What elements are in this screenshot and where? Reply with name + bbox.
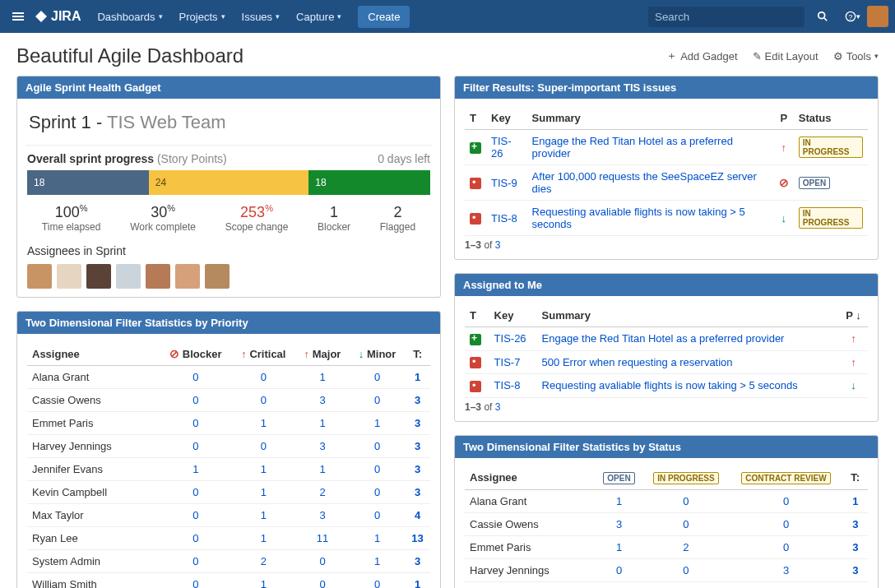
stat-cell-link[interactable]: 0 <box>683 495 689 507</box>
issue-row[interactable]: TIS-8 Requesting avaliable flights is no… <box>465 201 868 236</box>
issue-summary-link[interactable]: Requesting avaliable flights is now taki… <box>532 206 745 230</box>
stat-cell-link[interactable]: 0 <box>192 578 198 588</box>
stat-cell-link[interactable]: 0 <box>783 518 789 530</box>
nav-item[interactable]: Issues ▾ <box>234 0 289 33</box>
stat-cell-link[interactable]: 1 <box>261 463 267 475</box>
stat-total-link[interactable]: 13 <box>411 532 423 544</box>
stat-total-link[interactable]: 1 <box>415 371 420 383</box>
stat-cell-link[interactable]: 0 <box>192 417 198 429</box>
avatar[interactable] <box>27 264 52 289</box>
help-icon[interactable]: ? ▾ <box>841 5 864 28</box>
stat-cell-link[interactable]: 2 <box>683 541 689 553</box>
stat-cell-link[interactable]: 1 <box>319 463 325 475</box>
stat-cell-link[interactable]: 0 <box>319 555 325 567</box>
stat-cell-link[interactable]: 0 <box>374 486 380 498</box>
avatar[interactable] <box>116 264 141 289</box>
stat-cell-link[interactable]: 0 <box>319 578 325 588</box>
stat-cell-link[interactable]: 0 <box>192 371 198 383</box>
stat-cell-link[interactable]: 0 <box>783 495 789 507</box>
issue-row[interactable]: TIS-8 Requesting avaliable flights is no… <box>465 374 868 398</box>
issue-summary-link[interactable]: After 100,000 requests the SeeSpaceEZ se… <box>532 170 757 195</box>
issue-summary-link[interactable]: Engage the Red Titan Hotel as a preferre… <box>542 332 785 345</box>
issue-key-link[interactable]: TIS-7 <box>494 356 521 368</box>
stat-cell-link[interactable]: 1 <box>374 417 380 429</box>
stat-cell-link[interactable]: 0 <box>374 509 380 521</box>
search-icon[interactable] <box>811 5 834 28</box>
avatar[interactable] <box>57 264 81 289</box>
stat-total-link[interactable]: 3 <box>415 555 420 567</box>
stat-cell-link[interactable]: 0 <box>192 394 198 406</box>
nav-item[interactable]: Dashboards ▾ <box>89 0 170 33</box>
stat-total-link[interactable]: 3 <box>415 463 420 475</box>
stat-cell-link[interactable]: 3 <box>319 394 325 406</box>
stat-total-link[interactable]: 3 <box>852 564 858 576</box>
issue-key-link[interactable]: TIS-26 <box>491 135 512 160</box>
stat-cell-link[interactable]: 0 <box>192 555 198 567</box>
stat-cell-link[interactable]: 1 <box>261 486 267 498</box>
stat-cell-link[interactable]: 1 <box>261 509 267 521</box>
stat-cell-link[interactable]: 11 <box>317 532 328 544</box>
stat-cell-link[interactable]: 0 <box>192 486 198 498</box>
stat-cell-link[interactable]: 1 <box>616 541 622 553</box>
avatar[interactable] <box>86 264 111 289</box>
user-avatar[interactable] <box>867 6 888 27</box>
stat-cell-link[interactable]: 0 <box>616 564 622 576</box>
stat-total-link[interactable]: 4 <box>415 509 420 521</box>
stat-cell-link[interactable]: 0 <box>683 564 689 576</box>
issue-key-link[interactable]: TIS-8 <box>491 212 517 225</box>
avatar[interactable] <box>175 264 200 289</box>
stat-total-link[interactable]: 3 <box>852 518 858 530</box>
stat-cell-link[interactable]: 0 <box>261 394 267 406</box>
issue-key-link[interactable]: TIS-8 <box>494 379 521 391</box>
jira-logo[interactable]: JIRA <box>35 9 81 24</box>
issue-summary-link[interactable]: Requesting avaliable flights is now taki… <box>542 379 798 391</box>
edit-layout-button[interactable]: ✎Edit Layout <box>753 49 818 63</box>
stat-cell-link[interactable]: 0 <box>783 541 789 553</box>
stat-cell-link[interactable]: 0 <box>192 509 198 521</box>
stat-cell-link[interactable]: 0 <box>374 578 380 588</box>
stat-total-link[interactable]: 3 <box>415 417 420 429</box>
stat-cell-link[interactable]: 0 <box>192 532 198 544</box>
issue-key-link[interactable]: TIS-9 <box>491 177 517 189</box>
stat-cell-link[interactable]: 1 <box>261 532 267 544</box>
stat-total-link[interactable]: 3 <box>415 440 420 452</box>
app-switcher-icon[interactable] <box>7 5 30 28</box>
stat-cell-link[interactable]: 3 <box>616 518 622 530</box>
issue-summary-link[interactable]: Engage the Red Titan Hotel as a preferre… <box>532 135 733 160</box>
stat-cell-link[interactable]: 3 <box>319 440 325 452</box>
issue-row[interactable]: TIS-26 Engage the Red Titan Hotel as a p… <box>465 130 868 165</box>
stat-cell-link[interactable]: 1 <box>319 371 325 383</box>
stat-cell-link[interactable]: 0 <box>192 440 198 452</box>
nav-item[interactable]: Capture ▾ <box>288 0 350 33</box>
search-input[interactable] <box>648 7 805 27</box>
tools-menu[interactable]: ⚙Tools▾ <box>833 49 879 63</box>
stat-cell-link[interactable]: 1 <box>319 417 325 429</box>
stat-cell-link[interactable]: 3 <box>783 564 789 576</box>
stat-cell-link[interactable]: 1 <box>374 555 380 567</box>
stat-cell-link[interactable]: 1 <box>192 463 198 475</box>
stat-cell-link[interactable]: 0 <box>374 463 380 475</box>
stat-total-link[interactable]: 3 <box>415 486 420 498</box>
issue-summary-link[interactable]: 500 Error when requesting a reservation <box>542 356 733 368</box>
stat-cell-link[interactable]: 0 <box>374 440 380 452</box>
issue-row[interactable]: TIS-7 500 Error when requesting a reserv… <box>465 350 868 374</box>
stat-total-link[interactable]: 1 <box>415 578 420 588</box>
stat-total-link[interactable]: 3 <box>852 541 858 553</box>
stat-cell-link[interactable]: 1 <box>616 495 622 507</box>
stat-cell-link[interactable]: 2 <box>319 486 325 498</box>
stat-total-link[interactable]: 3 <box>415 394 420 406</box>
avatar[interactable] <box>146 264 170 289</box>
stat-cell-link[interactable]: 0 <box>261 371 267 383</box>
stat-cell-link[interactable]: 1 <box>261 578 267 588</box>
stat-total-link[interactable]: 1 <box>852 495 858 507</box>
stat-cell-link[interactable]: 0 <box>374 371 380 383</box>
stat-cell-link[interactable]: 0 <box>683 518 689 530</box>
stat-cell-link[interactable]: 0 <box>374 394 380 406</box>
issue-row[interactable]: TIS-9 After 100,000 requests the SeeSpac… <box>465 165 868 201</box>
avatar[interactable] <box>205 264 230 289</box>
stat-cell-link[interactable]: 1 <box>374 532 380 544</box>
issue-key-link[interactable]: TIS-26 <box>494 332 526 345</box>
add-gadget-button[interactable]: ＋Add Gadget <box>666 49 737 63</box>
stat-cell-link[interactable]: 3 <box>319 509 325 521</box>
stat-cell-link[interactable]: 2 <box>261 555 267 567</box>
